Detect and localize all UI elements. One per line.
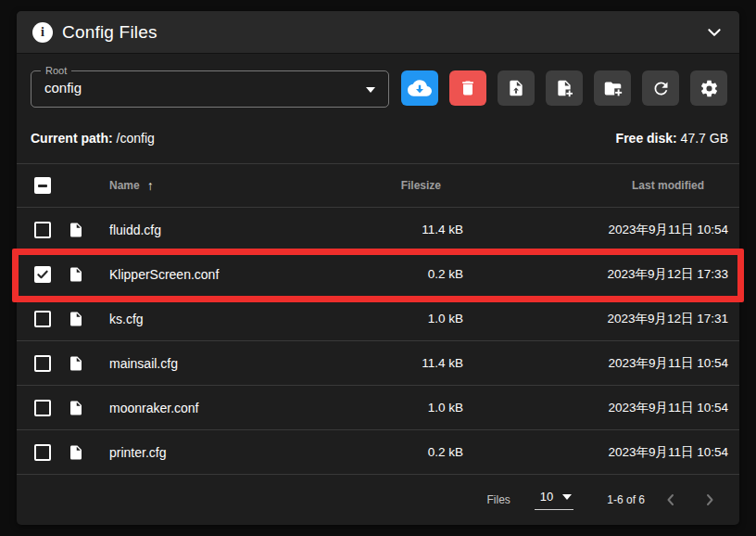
file-last-modified: 2023年9月11日 10:54 <box>463 444 728 461</box>
column-header-filesize[interactable]: Filesize <box>380 179 463 192</box>
sort-ascending-arrow-icon: ↑ <box>147 178 154 193</box>
table-header-row: Name ↑ Filesize Last modified <box>17 163 739 208</box>
current-path-value: /config <box>113 131 155 146</box>
file-row-mainsail-cfg[interactable]: mainsail.cfg 11.4 kB 2023年9月11日 10:54 <box>17 341 739 386</box>
file-size: 1.0 kB <box>380 401 463 415</box>
cloud-download-icon <box>408 76 432 100</box>
row-checkbox[interactable] <box>34 355 51 372</box>
column-header-last-modified[interactable]: Last modified <box>463 179 728 192</box>
root-select-value: config <box>44 80 82 96</box>
free-disk-label: Free disk: <box>616 131 677 146</box>
info-icon: i <box>32 22 53 43</box>
file-name: fluidd.cfg <box>109 223 380 237</box>
file-last-modified: 2023年9月12日 17:33 <box>463 266 728 283</box>
file-name: ks.cfg <box>109 312 380 326</box>
panel-header: i Config Files <box>17 11 739 54</box>
upload-file-button[interactable] <box>498 70 535 106</box>
file-size: 0.2 kB <box>380 267 463 281</box>
root-select[interactable]: Root config <box>31 70 389 108</box>
row-checkbox-checked[interactable] <box>34 266 51 283</box>
trash-icon <box>459 79 477 97</box>
page-size-value: 10 <box>540 490 553 504</box>
row-checkbox[interactable] <box>34 444 51 461</box>
file-row-ks-cfg[interactable]: ks.cfg 1.0 kB 2023年9月12日 17:31 <box>17 297 739 341</box>
file-icon <box>68 354 84 373</box>
current-path: Current path: /config <box>31 131 155 146</box>
file-icon <box>68 221 84 239</box>
file-icon <box>68 443 84 462</box>
chevron-right-icon <box>702 492 717 507</box>
files-per-page-label: Files <box>486 493 510 506</box>
file-last-modified: 2023年9月11日 10:54 <box>463 222 728 238</box>
root-select-label: Root <box>41 64 71 77</box>
file-last-modified: 2023年9月11日 10:54 <box>463 400 728 416</box>
delete-button[interactable] <box>449 70 486 106</box>
file-size: 11.4 kB <box>380 356 463 370</box>
file-row-printer-cfg[interactable]: printer.cfg 0.2 kB 2023年9月11日 10:54 <box>17 430 739 475</box>
refresh-icon <box>651 79 671 98</box>
status-bar: Current path: /config Free disk: 47.7 GB <box>17 130 739 147</box>
free-disk-value: 47.7 GB <box>677 131 728 146</box>
table-footer: Files 10 1-6 of 6 <box>17 475 739 525</box>
file-size: 0.2 kB <box>380 445 463 459</box>
create-folder-button[interactable] <box>594 70 631 106</box>
previous-page-button[interactable] <box>658 487 684 513</box>
root-select-caret-icon <box>366 87 375 93</box>
file-icon <box>68 265 84 284</box>
toolbar-buttons <box>401 70 727 106</box>
config-files-page: i Config Files Root config <box>0 0 756 536</box>
settings-button[interactable] <box>690 70 727 106</box>
row-checkbox[interactable] <box>34 400 51 416</box>
panel-title: Config Files <box>62 22 158 43</box>
row-checkbox[interactable] <box>34 222 51 238</box>
current-path-label: Current path: <box>31 131 113 146</box>
file-last-modified: 2023年9月11日 10:54 <box>463 355 728 372</box>
files-table: Name ↑ Filesize Last modified fluidd.cfg… <box>17 163 739 475</box>
file-row-moonraker-conf[interactable]: moonraker.conf 1.0 kB 2023年9月11日 10:54 <box>17 386 739 430</box>
file-last-modified: 2023年9月12日 17:31 <box>463 311 728 327</box>
chevron-left-icon <box>663 492 678 507</box>
pagination-range: 1-6 of 6 <box>607 493 645 506</box>
download-config-button[interactable] <box>401 70 438 106</box>
file-upload-icon <box>507 79 525 97</box>
create-file-button[interactable] <box>546 70 583 106</box>
select-all-checkbox[interactable] <box>34 177 51 194</box>
next-page-button[interactable] <box>697 487 723 513</box>
file-size: 11.4 kB <box>380 223 463 236</box>
file-icon <box>68 310 84 328</box>
free-disk: Free disk: 47.7 GB <box>616 131 728 146</box>
row-checkbox[interactable] <box>34 311 51 327</box>
folder-plus-icon <box>603 79 623 98</box>
gear-icon <box>699 79 719 98</box>
column-header-name[interactable]: Name ↑ <box>109 178 380 193</box>
file-name: moonraker.conf <box>109 401 380 415</box>
page-size-select[interactable]: 10 <box>535 490 573 510</box>
config-files-panel: i Config Files Root config <box>17 11 739 525</box>
refresh-button[interactable] <box>642 70 679 106</box>
file-name: printer.cfg <box>109 445 380 460</box>
collapse-chevron-down-icon[interactable] <box>706 24 723 41</box>
page-size-caret-icon <box>562 494 572 500</box>
file-name: KlipperScreen.conf <box>109 267 380 282</box>
file-size: 1.0 kB <box>380 312 463 325</box>
file-name: mainsail.cfg <box>109 356 380 371</box>
file-row-klipperscreen-conf[interactable]: KlipperScreen.conf 0.2 kB 2023年9月12日 17:… <box>17 252 739 297</box>
toolbar: Root config <box>17 54 739 108</box>
file-icon <box>68 399 84 417</box>
file-plus-icon <box>555 79 573 97</box>
file-row-fluidd-cfg[interactable]: fluidd.cfg 11.4 kB 2023年9月11日 10:54 <box>17 208 739 252</box>
